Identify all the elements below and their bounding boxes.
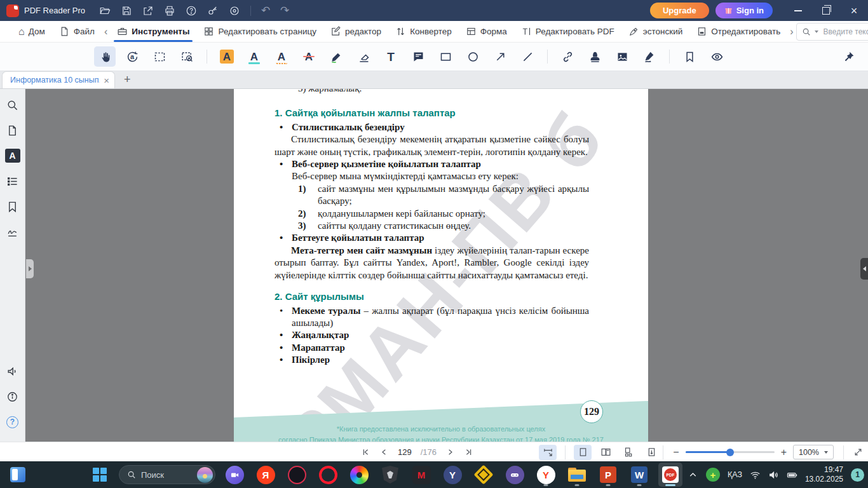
search-options-caret[interactable] [815,30,818,33]
taskbar-search[interactable]: Поиск [119,465,215,484]
menu-estonian[interactable]: эстонский [621,21,689,42]
tab-close-icon[interactable]: × [104,76,109,85]
key-icon[interactable] [202,3,224,19]
wifi-icon[interactable] [750,470,761,480]
taskbar-pdf-reader-icon[interactable]: PDF [658,463,682,487]
comment-tool[interactable] [407,46,429,67]
sidebar-outline-icon[interactable] [3,172,22,191]
menu-scroll-right[interactable]: › [787,26,796,37]
redo-icon[interactable]: ↷ [275,5,294,16]
taskbar-powerpoint-icon[interactable]: P [596,463,620,487]
strikeout-tool[interactable]: A [298,46,320,67]
first-page-button[interactable] [361,447,370,457]
print-icon[interactable] [159,3,180,19]
rectangle-tool[interactable] [435,46,456,67]
taskbar-yandex-browser-icon[interactable]: Y [534,463,558,487]
menu-form[interactable]: Форма [459,21,514,42]
sidebar-thumbnails-icon[interactable] [3,121,22,140]
taskbar-opera-gx-icon[interactable] [285,463,309,487]
info-icon[interactable] [3,387,22,406]
current-page[interactable]: 129 [398,447,412,457]
previous-page-button[interactable] [379,447,389,457]
last-page-button[interactable] [464,447,473,457]
save-icon[interactable] [116,3,137,19]
menu-file[interactable]: Файл [52,21,102,42]
view-mode-icon[interactable] [706,46,728,67]
text-tool[interactable]: T [380,46,402,67]
undo-icon[interactable]: ↶ [256,5,275,16]
taskbar-games-icon[interactable] [503,463,527,487]
sidebar-bookmarks-icon[interactable] [3,197,22,216]
minimize-button[interactable] [784,0,812,21]
tray-expand-icon[interactable] [688,470,698,480]
menu-home[interactable]: ⌂Дом [11,21,52,42]
read-mode-icon[interactable]: а [121,46,143,67]
signature-tool[interactable] [639,46,660,67]
hand-tool[interactable] [94,46,116,67]
taskbar-wot-icon[interactable] [378,463,402,487]
new-tab-button[interactable]: + [115,73,140,88]
single-page-view-button[interactable] [574,445,592,460]
menu-editor[interactable]: редактор [323,21,388,42]
right-panel-handle[interactable] [860,258,868,280]
menu-edit-page[interactable]: Редактировать страницу [196,21,323,42]
two-page-view-button[interactable] [597,445,614,460]
fit-width-button[interactable] [539,445,557,460]
settings-icon[interactable] [224,3,245,19]
notification-badge[interactable]: 1 [851,468,864,482]
zoom-level-select[interactable]: 100% [793,445,834,459]
read-aloud-icon[interactable] [3,362,22,381]
taskbar-chat-icon[interactable] [222,463,247,487]
menu-tools[interactable]: Инструменты [110,21,196,42]
clock[interactable]: 19:47 13.02.2025 [805,465,843,484]
start-button[interactable] [88,463,112,487]
restore-button[interactable] [812,0,840,21]
menu-converter[interactable]: Конвертер [388,21,459,42]
menu-scroll-left[interactable]: ‹ [102,26,110,37]
line-tool[interactable] [517,46,538,67]
sidebar-search-icon[interactable] [3,95,22,114]
menu-edit-pdf[interactable]: Редактировать PDF [514,21,621,42]
squiggly-tool[interactable]: A [271,46,292,67]
taskbar-word-icon[interactable]: W [627,463,651,487]
signin-button[interactable]: Sign in [715,3,773,18]
share-icon[interactable] [137,3,159,19]
antivirus-tray-icon[interactable]: + [706,468,720,482]
volume-icon[interactable] [768,470,779,480]
search-input[interactable] [822,27,868,37]
eraser-tool[interactable] [353,46,374,67]
marquee-zoom-tool[interactable] [176,46,198,67]
arrow-tool[interactable] [489,46,511,67]
zoom-slider-thumb[interactable] [726,449,734,456]
menu-redact[interactable]: Отредактировать [689,21,787,42]
sidebar-signature-icon[interactable] [3,222,22,241]
fullscreen-button[interactable] [853,447,863,457]
left-panel-handle[interactable] [26,259,34,278]
zoom-out-button[interactable]: − [673,447,679,458]
bookmark-tool[interactable] [679,46,700,67]
link-tool[interactable] [557,46,578,67]
underline-tool[interactable]: A [243,46,265,67]
widgets-icon[interactable] [10,467,25,482]
continuous-view-button[interactable] [620,445,637,460]
zoom-slider[interactable] [686,451,775,453]
highlight-tool[interactable]: A [216,46,238,67]
next-page-button[interactable] [445,447,455,457]
document-canvas[interactable]: АРМАН-ПВ б 3) жарнамалық. 1. Сайтқа қойы… [26,89,868,442]
open-file-icon[interactable] [94,3,116,19]
help-circle-icon[interactable]: ? [3,412,22,431]
stamp-tool[interactable] [584,46,606,67]
taskbar-mail-icon[interactable]: М [409,463,433,487]
upgrade-button[interactable]: Upgrade [650,3,709,18]
sidebar-annotations-icon[interactable]: A [5,149,20,163]
taskbar-diamond-icon[interactable] [471,463,496,487]
zoom-in-button[interactable]: + [781,447,787,458]
ellipse-tool[interactable] [462,46,484,67]
taskbar-browser-swirl-icon[interactable] [347,463,371,487]
taskbar-ybrowser-navy-icon[interactable]: Y [440,463,465,487]
taskbar-opera-icon[interactable] [316,463,340,487]
marquee-select-tool[interactable] [149,46,170,67]
language-indicator[interactable]: ҚАЗ [728,470,742,479]
freehand-pen-tool[interactable] [325,46,347,67]
toolbar-search[interactable] [796,23,868,41]
